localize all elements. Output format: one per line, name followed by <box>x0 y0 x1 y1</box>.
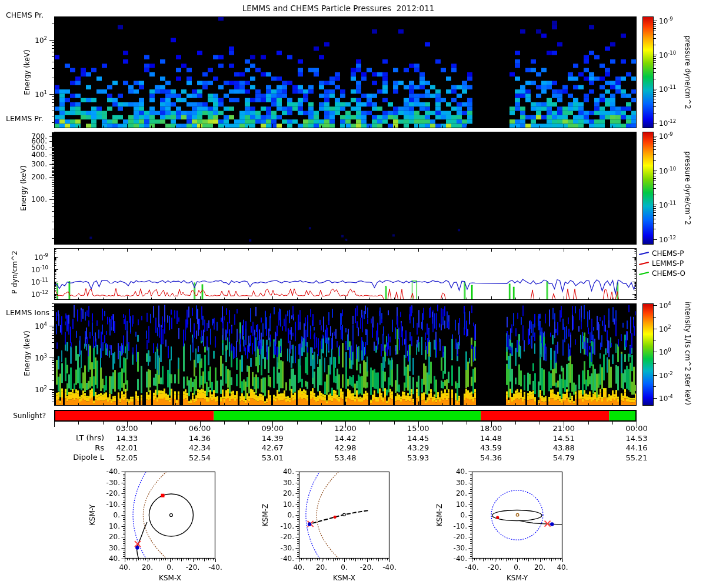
ephemeris-value: 52.05 <box>116 453 138 462</box>
ephemeris-value: 43.59 <box>480 443 502 452</box>
ephemeris-value: 14.36 <box>189 433 211 442</box>
orbit-xy-ylabel: KSM-Y <box>88 505 96 526</box>
ephemeris-value: 43.88 <box>553 443 575 452</box>
ephemeris-value: 14.48 <box>480 433 502 442</box>
panel3-ytick-label: 10-12 <box>31 289 48 299</box>
colorbar2-tick-label: 10-12 <box>659 235 676 244</box>
ephemeris-value: 14.53 <box>625 433 647 442</box>
colorbar2-tick-label: 10-9 <box>659 131 673 141</box>
time-tick-label: 06:00 <box>189 424 211 433</box>
colorbar1-tick-label: 10-9 <box>659 16 673 25</box>
panel2-corner-label: LEMMS Pr. <box>6 114 44 123</box>
panel4-ylabel: Energy (keV) <box>23 330 31 376</box>
colorbar2-tick-label: 10-10 <box>659 166 676 175</box>
colorbar4-label: intensity 1/(s cm^2 ster keV) <box>684 302 692 405</box>
colorbar2-label: pressure dyne/cm^2 <box>684 151 692 225</box>
ephemeris-value: 53.01 <box>262 453 284 462</box>
legend-label-chems-o: CHEMS-O <box>652 269 685 278</box>
ephemeris-value: 43.29 <box>407 443 429 452</box>
orbit-yz-ylabel: KSM-Z <box>435 504 444 526</box>
figure-root: LEMMS and CHEMS Particle Pressures 2012:… <box>0 0 706 588</box>
panel3-ytick-label: 10-11 <box>31 277 48 286</box>
colorbar2-tick-label: 10-11 <box>659 200 676 209</box>
ephemeris-value: 42.67 <box>262 443 284 452</box>
orbit-xy-xlabel: KSM-X <box>159 574 181 582</box>
ephemeris-value: 14.42 <box>334 433 356 442</box>
panel2-ytick-label: 400. <box>31 151 47 159</box>
colorbar4-tick-label: 102 <box>659 324 671 333</box>
ephemeris-value: 14.51 <box>553 433 575 442</box>
ephemeris-value: 14.33 <box>116 433 138 442</box>
panel1-ytick-label: 102 <box>35 35 47 45</box>
ephemeris-value: 54.36 <box>480 453 502 462</box>
panel3-ytick-label: 10-10 <box>31 265 48 274</box>
panel2-ylabel: Energy (keV) <box>19 165 28 211</box>
panel4-ytick-label: 102 <box>35 385 47 394</box>
ephemeris-value: 14.39 <box>262 433 284 442</box>
panel4-corner-label: LEMMS Ions <box>6 308 49 317</box>
panel2-ytick-label: 100. <box>31 195 47 203</box>
colorbar4-tick-label: 100 <box>659 347 671 356</box>
panel3-ytick-label: 10-9 <box>34 252 48 262</box>
panel1-corner-label: CHEMS Pr. <box>6 11 44 19</box>
figure-title: LEMMS and CHEMS Particle Pressures 2012:… <box>242 4 435 13</box>
ephemeris-value: 55.21 <box>625 453 647 462</box>
colorbar4-tick-label: 10-4 <box>659 393 673 403</box>
ephemeris-value: 54.79 <box>553 453 575 462</box>
ephemeris-value: 53.48 <box>334 453 356 462</box>
time-tick-label: 09:00 <box>262 424 284 433</box>
colorbar1-label: pressure dyne/cm^2 <box>684 35 692 109</box>
panel1-ylabel: Energy (keV) <box>23 49 31 95</box>
time-tick-label: 00:00 <box>625 424 647 433</box>
ephemeris-value: 53.93 <box>407 453 429 462</box>
time-tick-label: 15:00 <box>407 424 429 433</box>
ephemeris-value: 44.16 <box>625 443 647 452</box>
colorbar1-tick-label: 10-10 <box>659 50 676 59</box>
panel2-ytick-label: 200. <box>31 173 47 181</box>
panel4-ytick-label: 104 <box>35 321 47 330</box>
orbit-xz-ylabel: KSM-Z <box>261 504 269 526</box>
panel2-ytick-label: 300. <box>31 160 47 168</box>
colorbar4-tick-label: 10-2 <box>659 370 673 380</box>
panel3-ylabel: P dyn/cm^2 <box>11 250 19 293</box>
ephemeris-value: 42.01 <box>116 443 138 452</box>
ephemeris-row-label-lt: LT (hrs) <box>76 433 104 442</box>
ephemeris-value: 14.45 <box>407 433 429 442</box>
orbit-xz-xlabel: KSM-X <box>333 574 355 582</box>
ephemeris-value: 42.98 <box>334 443 356 452</box>
legend-label-lemms-p: LEMMS-P <box>652 259 684 268</box>
ephemeris-value: 42.34 <box>189 443 211 452</box>
time-tick-label: 21:00 <box>553 424 575 433</box>
ephemeris-value: 52.54 <box>189 453 211 462</box>
orbit-yz-xlabel: KSM-Y <box>507 574 528 582</box>
panel4-ytick-label: 103 <box>35 353 47 362</box>
ephemeris-row-label-rs: Rs <box>95 443 104 452</box>
plot-canvas <box>0 0 706 588</box>
sunlight-label: Sunlight? <box>13 412 46 420</box>
colorbar1-tick-label: 10-12 <box>659 118 676 128</box>
ephemeris-row-label-dipole: Dipole L <box>73 453 104 462</box>
legend-label-chems-p: CHEMS-P <box>652 249 684 258</box>
time-tick-label: 12:00 <box>334 424 356 433</box>
panel1-ytick-label: 101 <box>35 89 47 99</box>
colorbar1-tick-label: 10-11 <box>659 84 676 93</box>
time-tick-label: 18:00 <box>480 424 502 433</box>
colorbar4-tick-label: 104 <box>659 300 671 310</box>
time-tick-label: 03:00 <box>116 424 138 433</box>
